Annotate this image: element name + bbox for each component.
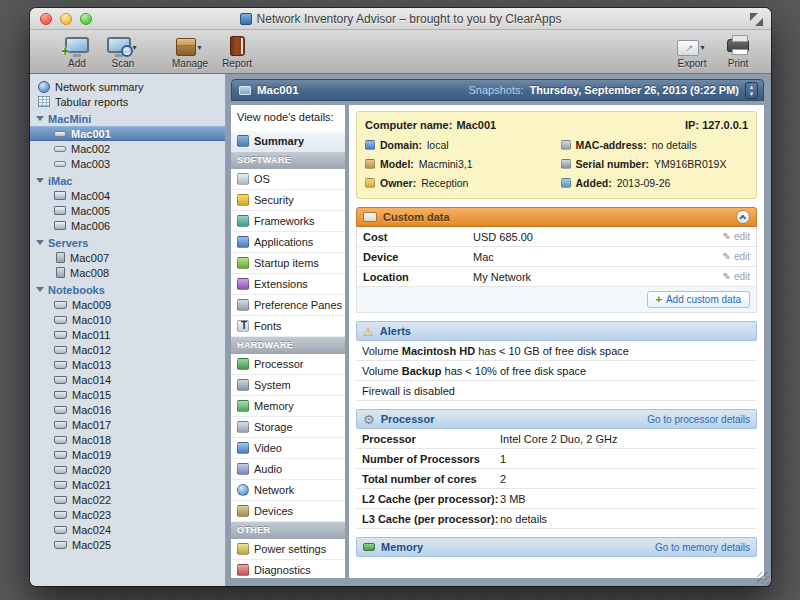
sidebar-item-mac014[interactable]: Mac014 [30, 372, 225, 387]
dropdown-arrow-icon [133, 48, 140, 56]
disclosure-triangle-icon [36, 287, 44, 292]
sidebar-item-mac021[interactable]: Mac021 [30, 477, 225, 492]
nav-item-summary[interactable]: Summary [231, 131, 345, 152]
sidebar-item-mac007[interactable]: Mac007 [30, 250, 225, 265]
toolbar-button-add[interactable]: Add [60, 33, 94, 69]
sidebar-item-label: Mac020 [72, 464, 111, 476]
sidebar-group-servers[interactable]: Servers [30, 235, 225, 250]
sidebar-item-mac025[interactable]: Mac025 [30, 537, 225, 552]
nav-item-extensions[interactable]: Extensions [231, 274, 345, 295]
snapshot-stepper[interactable] [745, 82, 758, 99]
nav-item-system[interactable]: System [231, 375, 345, 396]
sidebar-item-mac016[interactable]: Mac016 [30, 402, 225, 417]
sidebar-item-mac009[interactable]: Mac009 [30, 297, 225, 312]
collapse-button[interactable] [736, 210, 750, 224]
sidebar-item-label: Mac015 [72, 389, 111, 401]
sidebar-item-mac015[interactable]: Mac015 [30, 387, 225, 402]
nav-item-label: Applications [254, 236, 313, 248]
sidebar-item-mac022[interactable]: Mac022 [30, 492, 225, 507]
alert-row: Volume Backup has < 10% of free disk spa… [356, 361, 757, 381]
toolbar: AddScanManageReport ExportPrint [30, 30, 771, 74]
sidebar-item-mac013[interactable]: Mac013 [30, 357, 225, 372]
add-custom-data-button[interactable]: Add custom data [647, 291, 750, 308]
sidebar-item-tabular-reports[interactable]: Tabular reports [30, 94, 225, 109]
resize-grip[interactable] [757, 572, 769, 584]
info-field-label: Serial number: [576, 158, 650, 170]
toolbar-button-manage[interactable]: Manage [172, 33, 208, 69]
system-icon [237, 379, 249, 391]
custom-data-title: Custom data [383, 211, 450, 223]
custom-data-header[interactable]: Custom data [356, 207, 757, 227]
nav-item-power-settings[interactable]: Power settings [231, 539, 345, 560]
edit-link[interactable]: edit [722, 271, 750, 282]
sidebar-item-network-summary[interactable]: Network summary [30, 79, 225, 94]
nav-item-os[interactable]: OS [231, 169, 345, 190]
sidebar-item-mac012[interactable]: Mac012 [30, 342, 225, 357]
memory-details-link[interactable]: Go to memory details [655, 542, 750, 553]
sidebar-item-mac011[interactable]: Mac011 [30, 327, 225, 342]
processor-header: Processor Go to processor details [356, 409, 757, 429]
sidebar-item-label: Tabular reports [55, 96, 128, 108]
computer-info-title-row: Computer name: Mac001 IP: 127.0.0.1 [365, 119, 748, 131]
sidebar-item-mac019[interactable]: Mac019 [30, 447, 225, 462]
sidebar-item-mac006[interactable]: Mac006 [30, 218, 225, 233]
toolbar-button-report[interactable]: Report [220, 33, 254, 69]
computer-name-value: Mac001 [456, 119, 496, 131]
nav-item-startup-items[interactable]: Startup items [231, 253, 345, 274]
sidebar-group-macmini[interactable]: MacMini [30, 111, 225, 126]
processor-rows: ProcessorIntel Core 2 Duo, 2 GHzNumber o… [356, 429, 757, 529]
stepper-up-icon[interactable] [750, 83, 754, 90]
info-field-value: Reception [421, 177, 468, 189]
fullscreen-icon[interactable] [750, 13, 763, 26]
sidebar-item-mac020[interactable]: Mac020 [30, 462, 225, 477]
nav-item-network[interactable]: Network [231, 480, 345, 501]
sidebar-group-imac[interactable]: iMac [30, 173, 225, 188]
stepper-down-icon[interactable] [750, 90, 754, 97]
nav-item-video[interactable]: Video [231, 438, 345, 459]
sidebar-item-mac002[interactable]: Mac002 [30, 141, 225, 156]
toolbar-button-scan[interactable]: Scan [106, 33, 140, 69]
nav-item-frameworks[interactable]: Frameworks [231, 211, 345, 232]
sidebar-item-mac018[interactable]: Mac018 [30, 432, 225, 447]
toolbar-button-export[interactable]: Export [675, 33, 709, 69]
nav-item-fonts[interactable]: Fonts [231, 316, 345, 337]
sidebar-item-mac003[interactable]: Mac003 [30, 156, 225, 171]
toolbar-button-print[interactable]: Print [721, 33, 755, 69]
main-panel: Mac001 Snapshots: Thursday, September 26… [226, 74, 771, 586]
edit-link[interactable]: edit [722, 231, 750, 242]
zoom-button[interactable] [80, 13, 92, 25]
nav-item-label: Audio [254, 463, 282, 475]
nav-item-diagnostics[interactable]: Diagnostics [231, 560, 345, 578]
minimize-button[interactable] [60, 13, 72, 25]
nav-item-applications[interactable]: Applications [231, 232, 345, 253]
title-bar[interactable]: Network Inventory Advisor – brought to y… [30, 8, 771, 30]
nav-item-preference-panes[interactable]: Preference Panes [231, 295, 345, 316]
processor-icon [237, 358, 249, 370]
sidebar-item-mac017[interactable]: Mac017 [30, 417, 225, 432]
alert-text-bold: Backup [402, 365, 442, 377]
alert-row: Firewall is disabled [356, 381, 757, 401]
sidebar-item-mac005[interactable]: Mac005 [30, 203, 225, 218]
sidebar-item-mac008[interactable]: Mac008 [30, 265, 225, 280]
info-field-owner: Owner:Reception [365, 177, 553, 189]
nav-item-audio[interactable]: Audio [231, 459, 345, 480]
processor-details-link[interactable]: Go to processor details [647, 414, 750, 425]
info-field-added: Added:2013-09-26 [561, 177, 749, 189]
sidebar-item-mac024[interactable]: Mac024 [30, 522, 225, 537]
nav-item-storage[interactable]: Storage [231, 417, 345, 438]
close-button[interactable] [40, 13, 52, 25]
nav-item-devices[interactable]: Devices [231, 501, 345, 522]
server-icon [56, 267, 65, 278]
nav-item-memory[interactable]: Memory [231, 396, 345, 417]
sidebar-item-mac010[interactable]: Mac010 [30, 312, 225, 327]
sidebar-item-mac004[interactable]: Mac004 [30, 188, 225, 203]
sidebar-item-label: Mac019 [72, 449, 111, 461]
sidebar-item-mac023[interactable]: Mac023 [30, 507, 225, 522]
sidebar-item-mac001[interactable]: Mac001 [30, 126, 225, 141]
nav-item-processor[interactable]: Processor [231, 354, 345, 375]
nav-item-security[interactable]: Security [231, 190, 345, 211]
sidebar-item-label: Mac025 [72, 539, 111, 551]
sidebar-group-notebooks[interactable]: Notebooks [30, 282, 225, 297]
edit-link[interactable]: edit [722, 251, 750, 262]
snapshot-area: Snapshots: Thursday, September 26, 2013 … [468, 82, 758, 99]
